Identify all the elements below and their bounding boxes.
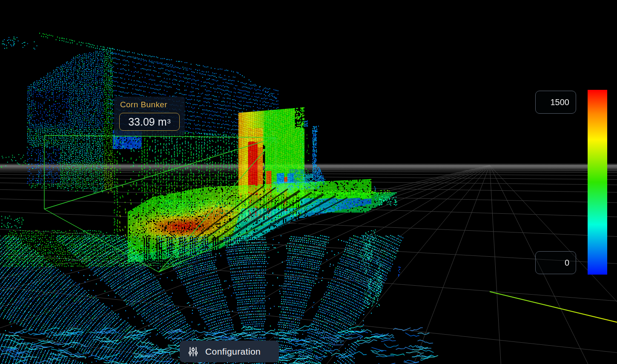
- configuration-button[interactable]: Configuration: [180, 341, 279, 362]
- pointcloud-viewport[interactable]: [0, 0, 617, 364]
- volume-value: 33.09: [128, 116, 155, 128]
- configuration-label: Configuration: [205, 347, 261, 357]
- region-title: Corn Bunker: [120, 100, 180, 109]
- height-colorbar: [588, 90, 607, 275]
- volume-unit-exponent: 3: [167, 118, 171, 125]
- pointcloud-app: Corn Bunker 33.09m3 1500 0 Configuration: [0, 0, 617, 364]
- volume-value-box: 33.09m3: [119, 113, 180, 131]
- scale-max-input[interactable]: 1500: [535, 91, 576, 114]
- volume-tooltip: Corn Bunker 33.09m3: [114, 97, 185, 136]
- scale-max-value: 1500: [551, 97, 570, 107]
- scale-min-input[interactable]: 0: [535, 251, 576, 274]
- volume-unit: m: [158, 116, 167, 128]
- scale-min-value: 0: [565, 258, 569, 268]
- sliders-icon: [188, 347, 198, 357]
